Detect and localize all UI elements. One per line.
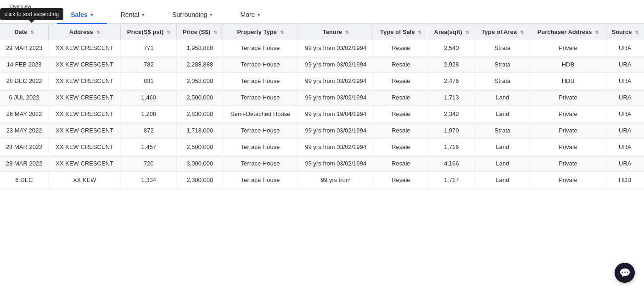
cell-property_type: Terrace House [223,56,298,73]
cell-price_psf: 1,457 [121,139,177,155]
cell-type_of_sale: Resale [374,89,428,106]
th-type_of_sale[interactable]: Type of Sale ⇅ [374,24,428,40]
th-area_sqft[interactable]: Area(sqft) ⇅ [428,24,475,40]
th-type_of_area[interactable]: Type of Area ⇅ [475,24,530,40]
cell-purchaser_address: Private [530,40,606,56]
table-row: 28 MAR 2022XX KEW CRESCENT1,4572,500,000… [0,139,644,155]
table-row: 28 DEC 2022XX KEW CRESCENT8312,058,000Te… [0,73,644,89]
cell-property_type: Terrace House [223,155,298,172]
nav-item-surrounding[interactable]: Surrounding▾ [158,6,226,24]
sort-icon: ⇅ [418,30,421,35]
cell-date: 28 MAR 2022 [0,139,49,155]
th-price_psf[interactable]: Price(S$ psf) ⇅ [121,24,177,40]
th-date[interactable]: Date ⇅ [0,24,49,40]
sort-icon: ⇅ [635,30,638,35]
cell-type_of_sale: Resale [374,73,428,89]
cell-property_type: Terrace House [223,122,298,139]
sort-icon: ⇅ [30,30,34,35]
cell-type_of_area: Land [475,139,530,155]
cell-date: 14 FEB 2023 [0,56,49,73]
chevron-down-icon: ▾ [258,12,260,18]
table-row: 6 DECXX KEW1,3342,300,000Terrace House99… [0,172,644,188]
cell-purchaser_address: Private [530,172,606,188]
cell-source: URA [606,106,644,122]
chevron-down-icon: ▾ [142,12,145,18]
cell-date: 6 JUL 2022 [0,89,49,106]
cell-address: XX KEW CRESCENT [49,73,121,89]
cell-tenure: 99 yrs from 03/02/1994 [297,139,374,155]
cell-price_psf: 1,334 [121,172,177,188]
sort-icon: ⇅ [595,30,599,35]
nav-label: Sales [71,11,88,18]
cell-type_of_area: Land [475,106,530,122]
th-property_type[interactable]: Property Type ⇅ [223,24,298,40]
sort-icon: ⇅ [167,30,170,35]
cell-source: URA [606,155,644,172]
top-nav: click to sort ascending Overview Unit In… [0,0,644,24]
cell-purchaser_address: HDB [530,56,606,73]
cell-price: 2,500,000 [177,89,223,106]
nav-label: More [240,11,255,18]
cell-price: 3,000,000 [177,155,223,172]
sort-icon: ⇅ [345,30,349,35]
cell-source: URA [606,89,644,106]
cell-purchaser_address: Private [530,89,606,106]
nav-item-sales[interactable]: Sales▾ [57,6,107,24]
cell-type_of_area: Strata [475,73,530,89]
cell-purchaser_address: Private [530,122,606,139]
cell-date: 28 DEC 2022 [0,73,49,89]
th-source[interactable]: Source ⇅ [606,24,644,40]
th-address[interactable]: Address ⇅ [49,24,121,40]
cell-address: XX KEW CRESCENT [49,139,121,155]
cell-price_psf: 771 [121,40,177,56]
cell-tenure: 99 yrs from 03/02/1994 [297,122,374,139]
cell-type_of_sale: Resale [374,172,428,188]
cell-property_type: Terrace House [223,40,298,56]
nav-item-more[interactable]: More▾ [226,6,274,24]
cell-tenure: 99 yrs from 03/02/1994 [297,56,374,73]
cell-date: 6 DEC [0,172,49,188]
th-tenure[interactable]: Tenure ⇅ [297,24,374,40]
cell-source: URA [606,56,644,73]
cell-price_psf: 720 [121,155,177,172]
table-row: 6 JUL 2022XX KEW CRESCENT1,4602,500,000T… [0,89,644,106]
cell-price: 2,058,000 [177,73,223,89]
nav-item-rental[interactable]: Rental▾ [107,6,158,24]
cell-price: 2,500,000 [177,139,223,155]
cell-price_psf: 831 [121,73,177,89]
th-purchaser_address[interactable]: Purchaser Address ⇅ [530,24,606,40]
cell-price: 1,958,888 [177,40,223,56]
cell-property_type: Terrace House [223,89,298,106]
cell-source: URA [606,73,644,89]
cell-type_of_area: Land [475,155,530,172]
cell-purchaser_address: Private [530,155,606,172]
cell-area_sqft: 2,476 [428,73,475,89]
cell-type_of_area: Land [475,172,530,188]
cell-tenure: 99 yrs from 03/02/1994 [297,73,374,89]
cell-price_psf: 782 [121,56,177,73]
table-row: 23 MAY 2022XX KEW CRESCENT8721,718,000Te… [0,122,644,139]
cell-price_psf: 1,460 [121,89,177,106]
cell-address: XX KEW CRESCENT [49,122,121,139]
cell-area_sqft: 2,342 [428,106,475,122]
th-price[interactable]: Price (S$) ⇅ [177,24,223,40]
sort-tooltip: click to sort ascending [0,8,63,20]
cell-property_type: Terrace House [223,139,298,155]
sort-icon: ⇅ [213,30,217,35]
cell-source: URA [606,40,644,56]
cell-tenure: 99 yrs from 19/04/1994 [297,106,374,122]
cell-area_sqft: 2,928 [428,56,475,73]
cell-source: URA [606,122,644,139]
cell-address: XX KEW CRESCENT [49,89,121,106]
cell-area_sqft: 2,540 [428,40,475,56]
cell-address: XX KEW [49,172,121,188]
cell-price: 1,718,000 [177,122,223,139]
nav-label: Rental [121,11,139,18]
cell-address: XX KEW CRESCENT [49,155,121,172]
cell-property_type: Terrace House [223,73,298,89]
table-row: 23 MAR 2022XX KEW CRESCENT7203,000,000Te… [0,155,644,172]
cell-property_type: Terrace House [223,172,298,188]
cell-price: 2,830,000 [177,106,223,122]
table-row: 29 MAR 2023XX KEW CRESCENT7711,958,888Te… [0,40,644,56]
cell-tenure: 99 yrs from 03/02/1994 [297,155,374,172]
